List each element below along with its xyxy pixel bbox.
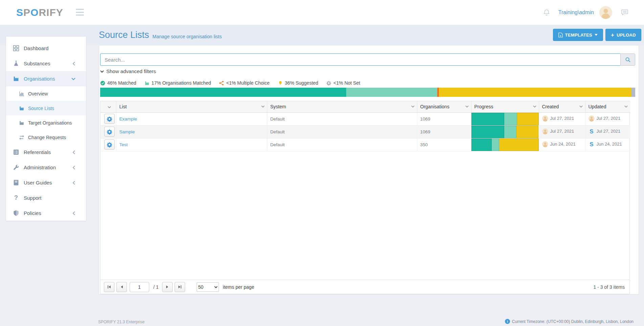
- chevron-down-icon[interactable]: [261, 105, 265, 108]
- column-header-label: System: [270, 104, 286, 109]
- sidebar-item-overview[interactable]: Overview: [6, 86, 86, 101]
- legend-label: <1% Multiple Choice: [226, 80, 269, 86]
- swap-icon: [19, 135, 24, 140]
- top-right-cluster: Training\admin: [543, 0, 628, 25]
- previous-page-icon: [119, 285, 124, 289]
- menu-toggle-icon[interactable]: [76, 9, 84, 16]
- sporify-logo[interactable]: SPORIFY: [16, 0, 63, 25]
- sidebar-item-dashboard[interactable]: Dashboard: [6, 41, 86, 56]
- chevron-left-icon: [72, 62, 75, 66]
- last-page-button[interactable]: [175, 282, 185, 292]
- column-header-system[interactable]: System: [267, 101, 417, 112]
- previous-page-button[interactable]: [116, 282, 127, 292]
- organisations-cell: 350: [417, 138, 471, 151]
- timezone-label: i Current Timezone: (UTC+00:00) Dublin, …: [505, 319, 634, 324]
- feedback-chat-icon[interactable]: [621, 9, 628, 16]
- sidebar-item-substances[interactable]: Substances: [6, 56, 86, 71]
- logo-letter: O: [30, 7, 39, 18]
- timezone-text: Current Timezone: (UTC+00:00) Dublin, Ed…: [512, 319, 634, 324]
- upload-button[interactable]: + UPLOAD: [605, 29, 641, 41]
- organisations-cell: 1069: [417, 112, 471, 125]
- column-header-actions[interactable]: [101, 101, 116, 112]
- chevron-down-icon[interactable]: [465, 105, 469, 108]
- next-page-button[interactable]: [162, 282, 173, 292]
- chevron-down-icon[interactable]: [533, 105, 536, 108]
- source-lists-table: ListSystemOrganisationsProgressCreatedUp…: [101, 101, 630, 151]
- dashboard-icon: [13, 45, 19, 51]
- plus-icon: +: [611, 32, 614, 38]
- table-header-row: ListSystemOrganisationsProgressCreatedUp…: [101, 101, 630, 112]
- progress-segment: [517, 113, 538, 125]
- sidebar-item-label: Source Lists: [28, 106, 80, 111]
- sidebar-item-label: Referentials: [24, 149, 72, 155]
- source-lists-grid: ListSystemOrganisationsProgressCreatedUp…: [100, 101, 630, 294]
- chevron-down-icon[interactable]: [624, 105, 628, 108]
- pagination-summary: 1 - 3 of 3 items: [593, 284, 626, 290]
- user-menu[interactable]: Training\admin: [558, 9, 594, 16]
- row-settings-button[interactable]: [104, 114, 115, 124]
- user-avatar-icon: [542, 128, 548, 134]
- sidebar-item-target-organisations[interactable]: Target Organisations: [6, 115, 86, 130]
- row-settings-button[interactable]: [104, 127, 115, 137]
- notifications-bell-icon[interactable]: [543, 8, 550, 17]
- sidebar-item-label: Organisations: [24, 76, 71, 82]
- list-link[interactable]: Sample: [119, 129, 135, 134]
- show-advanced-filters-toggle[interactable]: Show advanced filters: [100, 68, 156, 74]
- chevron-down-icon[interactable]: [579, 105, 583, 108]
- list-link[interactable]: Test: [119, 142, 128, 147]
- page-subtitle: Manage source organisation lists: [153, 34, 222, 39]
- list-link[interactable]: Example: [119, 116, 137, 122]
- row-settings-button[interactable]: [104, 139, 115, 150]
- sidebar-item-label: Support: [24, 195, 80, 201]
- templates-button[interactable]: x TEMPLATES: [553, 29, 603, 41]
- row-progress-bar: [471, 126, 539, 138]
- overall-progress-segment: [346, 88, 437, 97]
- sidebar-item-label: User Guides: [24, 180, 72, 186]
- column-header-created[interactable]: Created: [539, 101, 585, 112]
- sidebar-item-organisations[interactable]: Organisations: [6, 71, 86, 86]
- created-date: Jul 27, 2021: [550, 116, 574, 121]
- sidebar-item-label: Substances: [24, 61, 72, 66]
- gear-icon: [326, 81, 331, 86]
- search-button[interactable]: [620, 53, 635, 66]
- sporify-s-icon: S: [589, 128, 595, 134]
- sidebar-item-label: Policies: [24, 210, 72, 216]
- sidebar-item-policies[interactable]: Policies: [6, 205, 86, 221]
- search-input[interactable]: [100, 53, 620, 66]
- sidebar-item-source-lists[interactable]: Source Lists: [6, 101, 86, 115]
- chevron-down-icon[interactable]: [108, 106, 111, 108]
- overall-progress-segment: [631, 88, 635, 97]
- page-size-select[interactable]: 50: [197, 282, 219, 292]
- column-header-organisations[interactable]: Organisations: [417, 101, 471, 112]
- gear-icon: [107, 116, 112, 122]
- chevron-left-icon: [72, 166, 75, 170]
- svg-text:S: S: [590, 141, 593, 147]
- check-circle-icon: [100, 81, 105, 86]
- sidebar-item-administration[interactable]: Administration: [6, 160, 86, 175]
- user-avatar-icon[interactable]: [599, 6, 612, 19]
- page-header-band: Source Lists Manage source organisation …: [0, 25, 644, 45]
- legend-label: 46% Matched: [107, 80, 136, 86]
- sidebar-item-label: Change Requests: [28, 135, 80, 140]
- chevron-left-icon: [72, 181, 75, 185]
- sidebar-item-user-guides[interactable]: User Guides: [6, 175, 86, 190]
- chevron-down-icon[interactable]: [411, 105, 415, 108]
- sidebar-item-change-requests[interactable]: Change Requests: [6, 130, 86, 145]
- page-number-input[interactable]: [130, 282, 149, 292]
- column-header-updated[interactable]: Updated: [585, 101, 630, 112]
- sidebar-item-support[interactable]: ?Support: [6, 190, 86, 205]
- app-version-label: SPORIFY 21.3 Enterprise: [98, 320, 145, 324]
- first-page-button[interactable]: [104, 282, 114, 292]
- top-bar: SPORIFY Training\admin: [0, 0, 644, 25]
- system-cell: Default: [267, 125, 417, 138]
- logo-letter: P: [23, 7, 30, 18]
- updated-cell: SJul 27, 2021: [589, 128, 621, 134]
- advanced-filters-label: Show advanced filters: [106, 68, 156, 74]
- flask-icon: [13, 60, 19, 67]
- column-header-progress[interactable]: Progress: [471, 101, 539, 112]
- system-cell: Default: [267, 112, 417, 125]
- progress-segment: [471, 138, 492, 151]
- sidebar-nav: DashboardSubstancesOrganisationsOverview…: [6, 36, 86, 221]
- sidebar-item-referentials[interactable]: Referentials: [6, 145, 86, 160]
- column-header-list[interactable]: List: [116, 101, 267, 112]
